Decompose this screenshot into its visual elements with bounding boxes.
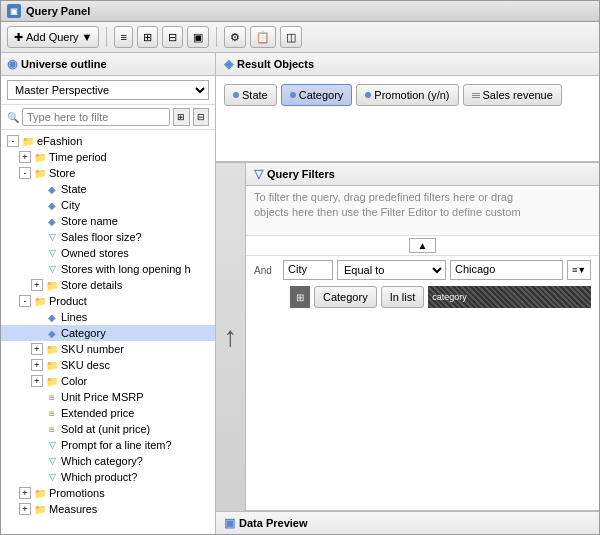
filter-hint-line1: To filter the query, drag predefined fil… [254, 191, 513, 203]
expand-efashion[interactable]: - [7, 135, 19, 147]
main-toolbar: ✚ Add Query ▼ ≡ ⊞ ⊟ ▣ ⚙ 📋 ◫ [1, 22, 599, 53]
spacer-lines [31, 310, 43, 324]
tree-item-prompt-line[interactable]: ▽ Prompt for a line item? [1, 437, 215, 453]
search-expand-btn[interactable]: ⊞ [173, 108, 190, 126]
toolbar-btn-1[interactable]: ≡ [114, 26, 132, 48]
expand-time-period[interactable]: + [19, 151, 31, 163]
tree-item-product[interactable]: - 📁 Product [1, 293, 215, 309]
toolbar-btn-4[interactable]: ▣ [187, 26, 209, 48]
filter-sub-icon: ⊞ [290, 286, 310, 308]
expand-sku-number[interactable]: + [31, 343, 43, 355]
expand-store-details[interactable]: + [31, 279, 43, 291]
filters-with-arrow: ↑ ▽ Query Filters To filter the query, d… [216, 163, 599, 511]
folder-icon-store: 📁 [33, 166, 47, 180]
chip-state-label: State [242, 89, 268, 101]
filter-collapse-btn[interactable]: ▲ [409, 238, 437, 253]
result-objects-header: ◈ Result Objects [216, 53, 599, 76]
tree-label-measures: Measures [49, 503, 97, 515]
tree-item-efashion[interactable]: - 📁 eFashion [1, 133, 215, 149]
tree-item-which-product[interactable]: ▽ Which product? [1, 469, 215, 485]
measure-icon-extended-price: ≡ [45, 406, 59, 420]
data-preview-icon: ▣ [224, 516, 235, 530]
tree-item-store-name[interactable]: ◆ Store name [1, 213, 215, 229]
tree-label-unit-price: Unit Price MSRP [61, 391, 144, 403]
result-objects-panel: ◈ Result Objects State Category Promotio… [216, 53, 599, 163]
tree-item-store[interactable]: - 📁 Store [1, 165, 215, 181]
filter-header-icon: ▽ [254, 167, 263, 181]
filter-icon-which-category: ▽ [45, 454, 59, 468]
measure-icon-sold-at: ≡ [45, 422, 59, 436]
main-area: ◉ Universe outline Master Perspective 🔍 … [1, 53, 599, 534]
filter-sub-icon-glyph: ⊞ [296, 292, 304, 303]
tree-item-which-category[interactable]: ▽ Which category? [1, 453, 215, 469]
tree-item-stores-long[interactable]: ▽ Stores with long opening h [1, 261, 215, 277]
tree-label-lines: Lines [61, 311, 87, 323]
filter-icon-owned: ▽ [45, 246, 59, 260]
spacer-owned [31, 246, 43, 260]
chip-state[interactable]: State [224, 84, 277, 106]
search-filter-btn[interactable]: ⊟ [193, 108, 210, 126]
toolbar-btn-6[interactable]: 📋 [250, 26, 276, 48]
filter-sub-chips-row: ⊞ Category In list category [246, 284, 599, 312]
filter-icon-stores-long: ▽ [45, 262, 59, 276]
tree-item-store-details[interactable]: + 📁 Store details [1, 277, 215, 293]
expand-measures[interactable]: + [19, 503, 31, 515]
perspective-dropdown-row: Master Perspective [1, 76, 215, 105]
dim-icon-category: ◆ [45, 326, 59, 340]
tree-item-sold-at[interactable]: ≡ Sold at (unit price) [1, 421, 215, 437]
tree-item-lines[interactable]: ◆ Lines [1, 309, 215, 325]
search-icon: 🔍 [7, 112, 19, 123]
filter-menu-btn[interactable]: ≡▼ [567, 260, 591, 280]
sub-chip-category[interactable]: Category [314, 286, 377, 308]
tree-item-state[interactable]: ◆ State [1, 181, 215, 197]
toolbar-btn-7[interactable]: ◫ [280, 26, 302, 48]
bottom-area: ↑ ▽ Query Filters To filter the query, d… [216, 163, 599, 534]
tree-item-sku-desc[interactable]: + 📁 SKU desc [1, 357, 215, 373]
tree-label-color: Color [61, 375, 87, 387]
search-input[interactable] [22, 108, 170, 126]
toolbar-btn-2[interactable]: ⊞ [137, 26, 158, 48]
tree-item-owned-stores[interactable]: ▽ Owned stores [1, 245, 215, 261]
chip-category-icon [290, 92, 296, 98]
up-arrow-icon: ↑ [224, 321, 238, 353]
toolbar-btn-5[interactable]: ⚙ [224, 26, 246, 48]
expand-color[interactable]: + [31, 375, 43, 387]
tree-item-measures[interactable]: + 📁 Measures [1, 501, 215, 517]
tree-label-which-category: Which category? [61, 455, 143, 467]
add-query-button[interactable]: ✚ Add Query ▼ [7, 26, 99, 48]
tree-item-city[interactable]: ◆ City [1, 197, 215, 213]
chip-sales-revenue[interactable]: Sales revenue [463, 84, 562, 106]
expand-product[interactable]: - [19, 295, 31, 307]
tree-label-owned-stores: Owned stores [61, 247, 129, 259]
filter-drop-area: To filter the query, drag predefined fil… [246, 186, 599, 236]
universe-icon: ◉ [7, 57, 17, 71]
filter-hint-line2: objects here then use the Filter Editor … [254, 206, 521, 218]
filter-value-chicago[interactable]: Chicago [450, 260, 563, 280]
spacer-extended-price [31, 406, 43, 420]
toolbar-btn-3[interactable]: ⊟ [162, 26, 183, 48]
chip-promotion[interactable]: Promotion (y/n) [356, 84, 458, 106]
tree-item-extended-price[interactable]: ≡ Extended price [1, 405, 215, 421]
query-filters-panel: ▽ Query Filters To filter the query, dra… [246, 163, 599, 511]
tree-item-category[interactable]: ◆ Category [1, 325, 215, 341]
tree-item-promotions[interactable]: + 📁 Promotions [1, 485, 215, 501]
tree-item-unit-price[interactable]: ≡ Unit Price MSRP [1, 389, 215, 405]
spacer-prompt-line [31, 438, 43, 452]
expand-promotions[interactable]: + [19, 487, 31, 499]
tree-item-time-period[interactable]: + 📁 Time period [1, 149, 215, 165]
expand-sku-desc[interactable]: + [31, 359, 43, 371]
tree-label-time-period: Time period [49, 151, 107, 163]
sub-chip-in-list[interactable]: In list [381, 286, 425, 308]
tree-item-sku-number[interactable]: + 📁 SKU number [1, 341, 215, 357]
expand-store[interactable]: - [19, 167, 31, 179]
tree-item-sales-floor[interactable]: ▽ Sales floor size? [1, 229, 215, 245]
chip-category[interactable]: Category [281, 84, 353, 106]
filter-operator-dropdown[interactable]: Equal to [337, 260, 446, 280]
tree-item-color[interactable]: + 📁 Color [1, 373, 215, 389]
filter-field-city[interactable]: City [283, 260, 333, 280]
spacer-which-category [31, 454, 43, 468]
spacer-stores-long [31, 262, 43, 276]
perspective-dropdown[interactable]: Master Perspective [7, 80, 209, 100]
filter-icon-prompt-line: ▽ [45, 438, 59, 452]
toolbar-sep-2 [216, 27, 217, 47]
